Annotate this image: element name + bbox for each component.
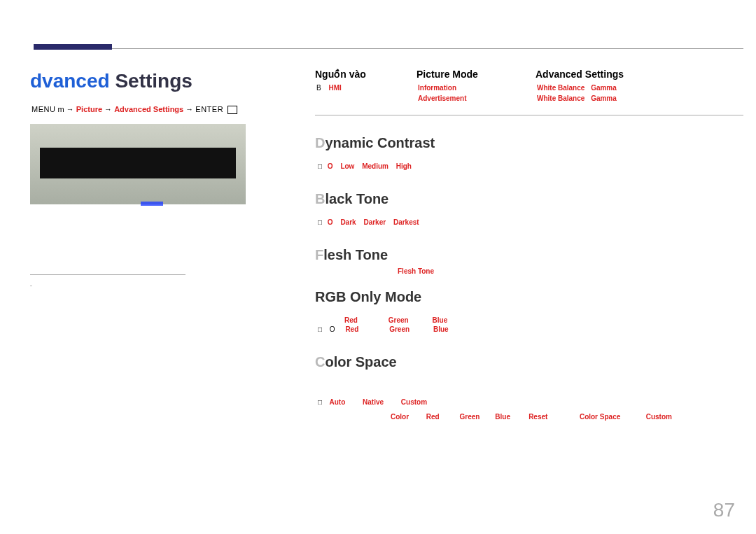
th-source: Nguồn vào [315,69,416,80]
heading-rgb-only-mode: RGB Only Mode [315,289,743,305]
bullet-icon: □ [318,325,322,333]
table-row: B HMI Information White Balance Gamma [315,84,743,92]
heading-rest: lesh Tone [323,247,388,262]
heading-rest: nly Mode [361,289,422,304]
opt-blue: Blue [433,325,475,333]
black-tone-options: □ O Dark Darker Darkest [318,218,743,226]
title-part-1: dvanced [30,70,115,92]
dynamic-contrast-options: □ O Low Medium High [318,162,743,170]
opt-medium: Medium [362,162,388,170]
label-reset: Reset [528,413,578,421]
heading-leading-letter: B [315,191,325,206]
heading-color-space: Color Space [315,354,743,370]
label-green: Green [460,413,493,421]
heading-leading: RGB O [315,289,361,304]
left-small-rule [30,274,186,275]
arrow: → [66,105,76,113]
cell-source: B HMI [315,84,418,92]
cell-adv-settings: White Balance Gamma [537,84,743,92]
illustration-screenshot [30,124,246,204]
th-picture-mode: Picture Mode [416,69,536,80]
wb-label: White Balance [537,94,584,102]
bc-picture: Picture [76,105,102,113]
enter-icon [227,106,237,114]
bullet-icon: □ [318,162,322,170]
illustration-dark-band [40,148,236,178]
opt-darkest: Darkest [393,218,419,226]
rgb-line-1: Red Green Blue [344,316,743,324]
heading-leading-letter: F [315,247,323,262]
label-color-space: Color Space [580,413,644,421]
table-row: Advertisement White Balance Gamma [315,94,743,102]
cell-picture-mode: Advertisement [418,94,537,102]
opt-red: Red [344,316,386,324]
label-red: Red [426,413,458,421]
cell-picture-mode: Information [418,84,537,92]
table-header-row: Nguồn vào Picture Mode Advanced Settings [315,69,743,80]
heading-black-tone: Black Tone [315,191,743,207]
bullet-icon: □ [318,218,322,226]
bullet-icon: □ [318,398,322,406]
footnote-marker: - [30,282,282,288]
top-horizontal-rule [112,48,743,49]
title-part-2: Settings [115,70,192,92]
wb-label: White Balance [537,84,584,92]
top-accent-bar [34,44,112,50]
opt-low: Low [340,162,354,170]
bc-enter: ENTER [195,105,223,113]
opt-green: Green [388,316,430,324]
arrow: → [186,105,195,113]
section-divider [315,115,743,115]
page-title: dvanced Settings [30,70,282,92]
breadcrumb-path: MENU m → Picture → Advanced Settings → E… [31,105,282,114]
page-number: 87 [713,499,735,521]
opt-darker: Darker [363,218,386,226]
flesh-tone-value: Flesh Tone [398,267,743,275]
cell-adv-settings: White Balance Gamma [537,94,743,102]
source-hmi: HMI [328,84,341,92]
off-o: O [328,218,333,226]
opt-green: Green [389,325,431,333]
arrow: → [104,105,114,113]
color-space-line-2: Color Red Green Blue Reset Color Space C… [391,413,743,421]
illustration-blue-spot [141,202,163,206]
left-column: dvanced Settings MENU m → Picture → Adva… [30,70,282,288]
heading-dynamic-contrast: DDynamic Contrast [315,135,743,151]
heading-text: Dynamic Contrast [315,135,435,150]
label-color: Color [391,413,424,421]
opt-auto: Auto [329,398,345,406]
heading-rest: olor Space [325,354,396,370]
opt-red: Red [345,325,387,333]
opt-high: High [396,162,412,170]
heading-flesh-tone: Flesh Tone [315,247,743,263]
source-b: B [316,84,321,92]
label-custom: Custom [646,413,702,421]
gamma-label: Gamma [591,84,617,92]
color-space-line-1: □ Auto Native Custom [318,398,743,406]
right-column: Nguồn vào Picture Mode Advanced Settings… [315,69,743,421]
label-blue: Blue [495,413,526,421]
opt-native: Native [363,398,384,406]
th-advanced-settings: Advanced Settings [536,69,743,80]
heading-rest: lack Tone [325,191,388,206]
rgb-line-2: □ O Red Green Blue [318,325,743,333]
bc-advanced-settings: Advanced Settings [114,105,183,113]
opt-dark: Dark [340,218,356,226]
menu-m-glyph: m [57,105,64,113]
opt-blue: Blue [433,316,475,324]
heading-leading-letter: C [315,354,325,370]
menu-label: MENU [31,105,55,113]
gamma-label: Gamma [591,94,617,102]
opt-custom: Custom [401,398,427,406]
off-o: O [328,162,333,170]
off-o: O [330,325,335,333]
